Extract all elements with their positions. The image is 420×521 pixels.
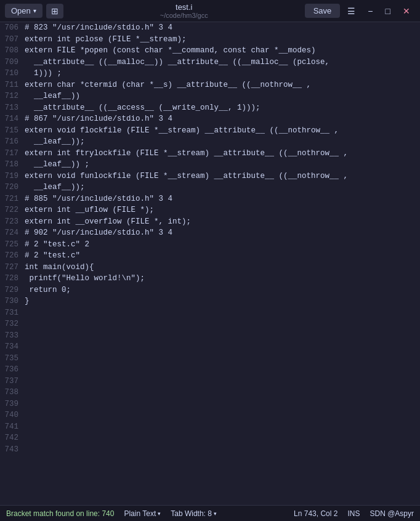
close-button[interactable]: ✕ — [398, 4, 415, 18]
tab-width-chevron-icon: ▾ — [214, 511, 217, 517]
line-number: 713 — [2, 102, 18, 114]
code-line: __leaf__)); — [25, 136, 420, 148]
code-line: extern FILE *popen (const char *__comman… — [25, 45, 420, 57]
line-number: 709 — [2, 57, 18, 68]
line-number: 724 — [2, 227, 18, 239]
line-number: 726 — [2, 250, 18, 262]
code-line: extern int pclose (FILE *__stream); — [25, 34, 420, 46]
code-line: __leaf__)); — [25, 182, 420, 193]
code-line: # 902 "/usr/include/stdio.h" 3 4 — [25, 227, 420, 239]
line-number: 733 — [2, 330, 18, 342]
code-line: extern char *ctermid (char *__s) __attri… — [25, 79, 420, 91]
close-icon: ✕ — [403, 6, 410, 16]
code-line: __leaf__)) — [25, 91, 420, 102]
line-number: 735 — [2, 353, 18, 365]
minimize-icon: − — [368, 6, 373, 16]
line-number: 708 — [2, 45, 18, 57]
line-number: 722 — [2, 204, 18, 216]
line-number: 723 — [2, 216, 18, 228]
open-button[interactable]: Open ▾ — [5, 4, 42, 18]
encoding-label: INS — [347, 509, 360, 518]
code-line: extern int __uflow (FILE *); — [25, 204, 420, 216]
line-number: 741 — [2, 421, 18, 433]
line-number: 715 — [2, 125, 18, 137]
save-button[interactable]: Save — [305, 4, 341, 18]
line-number: 728 — [2, 273, 18, 285]
line-number: 732 — [2, 318, 18, 330]
line-number: 725 — [2, 239, 18, 251]
code-line: # 867 "/usr/include/stdio.h" 3 4 — [25, 113, 420, 125]
minimize-button[interactable]: − — [363, 4, 378, 18]
code-line: # 885 "/usr/include/stdio.h" 3 4 — [25, 193, 420, 205]
code-line: # 2 "test.c" 2 — [25, 239, 420, 251]
tab-width-selector[interactable]: Tab Width: 8 ▾ — [171, 509, 217, 518]
code-line: } — [25, 296, 420, 307]
line-number: 720 — [2, 182, 18, 193]
code-line: extern void funlockfile (FILE *__stream)… — [25, 171, 420, 182]
code-line: __attribute__ ((__malloc__)) __attribute… — [25, 57, 420, 68]
maximize-icon: □ — [386, 6, 390, 16]
line-number: 717 — [2, 148, 18, 160]
line-number: 712 — [2, 91, 18, 102]
code-line: extern int ftrylockfile (FILE *__stream)… — [25, 148, 420, 160]
code-line: 1))) ; — [25, 68, 420, 79]
line-number: 727 — [2, 262, 18, 273]
code-line: # 2 "test.c" — [25, 250, 420, 262]
cursor-position: Ln 743, Col 2 — [294, 509, 337, 518]
menu-button[interactable]: ☰ — [342, 4, 360, 18]
code-line: extern void flockfile (FILE *__stream) _… — [25, 125, 420, 137]
line-number: 719 — [2, 171, 18, 182]
code-lines[interactable]: # 823 "/usr/include/stdio.h" 3 4extern i… — [22, 22, 420, 505]
language-selector[interactable]: Plain Text ▾ — [124, 509, 161, 518]
code-line: return 0; — [25, 285, 420, 296]
titlebar-center: test.i ~/code/hm3/gcc — [63, 2, 305, 19]
code-line: __attribute__ ((__access__ (__write_only… — [25, 102, 420, 114]
code-line: __leaf__)) ; — [25, 159, 420, 171]
open-chevron-icon: ▾ — [33, 7, 36, 14]
code-container: 7067077087097107117127137147157167177187… — [0, 22, 420, 505]
titlebar: Open ▾ ⊞ test.i ~/code/hm3/gcc Save ☰ − … — [0, 0, 420, 22]
line-number: 737 — [2, 376, 18, 387]
code-line: printf("Hello world!\n"); — [25, 273, 420, 285]
titlebar-right: Save ☰ − □ ✕ — [305, 4, 415, 18]
pin-icon: ⊞ — [51, 6, 59, 16]
line-number: 740 — [2, 410, 18, 421]
titlebar-left: Open ▾ ⊞ — [5, 4, 63, 18]
line-number: 736 — [2, 364, 18, 376]
line-number: 718 — [2, 159, 18, 171]
line-number: 739 — [2, 398, 18, 410]
line-number: 743 — [2, 444, 18, 456]
line-number: 707 — [2, 34, 18, 46]
line-number: 730 — [2, 296, 18, 307]
line-number: 706 — [2, 22, 18, 34]
line-number: 731 — [2, 307, 18, 319]
code-line: extern int __overflow (FILE *, int); — [25, 216, 420, 228]
line-number: 742 — [2, 432, 18, 444]
pin-button[interactable]: ⊞ — [46, 4, 63, 18]
maximize-button[interactable]: □ — [381, 4, 395, 18]
bracket-match-message: Bracket match found on line: 740 — [6, 509, 114, 518]
line-numbers: 7067077087097107117127137147157167177187… — [0, 22, 22, 505]
lang-chevron-icon: ▾ — [158, 511, 161, 517]
statusbar: Bracket match found on line: 740 Plain T… — [0, 505, 420, 521]
lang-label: Plain Text — [124, 509, 156, 518]
tab-width-label: Tab Width: 8 — [171, 509, 212, 518]
code-line: # 823 "/usr/include/stdio.h" 3 4 — [25, 22, 420, 34]
line-number: 721 — [2, 193, 18, 205]
code-line: int main(void){ — [25, 262, 420, 273]
file-path: ~/code/hm3/gcc — [63, 12, 305, 19]
menu-icon: ☰ — [347, 6, 355, 16]
branch-label: SDN @Aspyr — [370, 509, 414, 518]
line-number: 711 — [2, 79, 18, 91]
line-number: 710 — [2, 68, 18, 79]
editor-area: 7067077087097107117127137147157167177187… — [0, 22, 420, 505]
line-number: 716 — [2, 136, 18, 148]
file-name: test.i — [63, 2, 305, 12]
line-number: 734 — [2, 341, 18, 353]
open-label: Open — [11, 6, 31, 15]
line-number: 729 — [2, 285, 18, 296]
line-number: 738 — [2, 387, 18, 398]
line-number: 714 — [2, 113, 18, 125]
